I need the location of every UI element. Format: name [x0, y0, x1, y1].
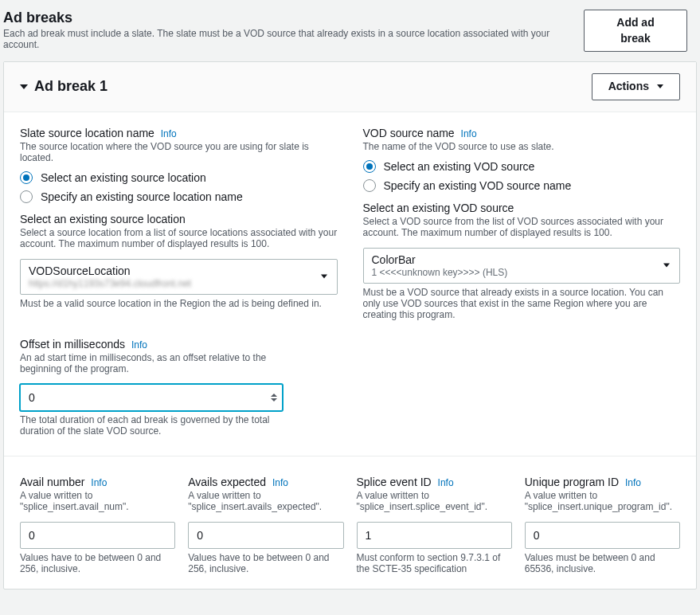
splice-event-id-input[interactable]: 1 [357, 522, 512, 549]
vod-select-hint: Must be a VOD source that already exists… [363, 287, 681, 320]
chevron-up-icon [271, 394, 277, 397]
unique-program-id-input[interactable]: 0 [525, 522, 680, 549]
slate-label: Slate source location name [20, 127, 154, 139]
radio-label: Specify an existing source location name [41, 190, 243, 203]
radio-label: Select an existing source location [41, 171, 206, 184]
chevron-down-icon [321, 275, 327, 279]
unique-program-id-hint: Values must be between 0 and 65536, incl… [525, 552, 680, 574]
avail-number-value: 0 [29, 529, 35, 542]
vod-radio-existing[interactable]: Select an existing VOD source [363, 160, 681, 173]
vod-select-label: Select an existing VOD source [363, 202, 514, 214]
slate-select[interactable]: VODSourceLocation https://d1hy1193s73e94… [20, 259, 338, 295]
vod-select-subvalue: 1 <<<<unknown key>>>> (HLS) [372, 267, 656, 278]
slate-info-link[interactable]: Info [161, 128, 177, 139]
radio-icon [363, 160, 376, 173]
unique-program-id-label: Unique program ID [525, 476, 619, 488]
page-subtitle: Each ad break must include a slate. The … [3, 28, 584, 50]
splice-event-id-hint: Must conform to section 9.7.3.1 of the S… [357, 552, 512, 574]
slate-select-value: VODSourceLocation [29, 264, 313, 277]
vod-label: VOD source name [363, 127, 455, 139]
avail-number-hint: Values have to be between 0 and 256, inc… [20, 552, 175, 574]
slate-select-subvalue: https://d1hy1193s73e94.cloudfront.net [29, 278, 313, 289]
collapse-icon [20, 84, 28, 89]
avails-expected-info-link[interactable]: Info [272, 477, 288, 488]
panel-title: Ad break 1 [34, 78, 108, 95]
radio-label: Specify an existing VOD source name [384, 179, 572, 192]
offset-value: 0 [29, 391, 35, 404]
offset-input[interactable]: 0 [20, 384, 283, 411]
chevron-down-icon [663, 264, 670, 268]
avails-expected-input[interactable]: 0 [188, 522, 343, 549]
offset-info-link[interactable]: Info [131, 339, 147, 351]
offset-label: Offset in milliseconds [20, 338, 125, 351]
vod-select-value: ColorBar [372, 253, 656, 266]
avail-number-label: Avail number [20, 476, 84, 488]
avails-expected-value: 0 [197, 529, 203, 542]
add-ad-break-button[interactable]: Add ad break [584, 10, 687, 52]
radio-icon [20, 190, 33, 203]
slate-select-desc: Select a source location from a list of … [20, 227, 338, 249]
vod-info-link[interactable]: Info [461, 128, 477, 139]
avail-number-info-link[interactable]: Info [91, 477, 107, 488]
page-title: Ad breaks [3, 10, 584, 26]
avails-expected-hint: Values have to be between 0 and 256, inc… [188, 552, 343, 574]
stepper-icon[interactable] [271, 394, 277, 402]
radio-icon [363, 179, 376, 192]
slate-select-hint: Must be a valid source location in the R… [20, 298, 338, 309]
actions-label: Actions [608, 79, 649, 95]
avail-number-input[interactable]: 0 [20, 522, 175, 549]
vod-select[interactable]: ColorBar 1 <<<<unknown key>>>> (HLS) [363, 248, 681, 284]
offset-hint: The total duration of each ad break is g… [20, 414, 283, 437]
vod-desc: The name of the VOD source to use as sla… [363, 141, 681, 152]
ad-break-panel: Ad break 1 Actions Slate source location… [3, 61, 697, 590]
chevron-down-icon [271, 398, 277, 402]
offset-desc: An ad start time in milliseconds, as an … [20, 352, 283, 374]
unique-program-id-info-link[interactable]: Info [625, 477, 641, 488]
slate-radio-existing[interactable]: Select an existing source location [20, 171, 338, 184]
chevron-down-icon [657, 84, 663, 88]
vod-select-desc: Select a VOD source from the list of VOD… [363, 216, 681, 238]
section-divider [4, 456, 696, 456]
radio-icon [20, 171, 33, 184]
unique-program-id-value: 0 [534, 529, 540, 542]
actions-button[interactable]: Actions [592, 73, 680, 100]
vod-radio-specify[interactable]: Specify an existing VOD source name [363, 179, 681, 192]
splice-event-id-value: 1 [366, 529, 372, 542]
avails-expected-desc: A value written to "splice_insert.avails… [188, 490, 343, 512]
splice-event-id-label: Splice event ID [357, 476, 432, 488]
unique-program-id-desc: A value written to "splice_insert.unique… [525, 490, 680, 512]
slate-radio-specify[interactable]: Specify an existing source location name [20, 190, 338, 203]
slate-select-label: Select an existing source location [20, 213, 186, 225]
slate-desc: The source location where the VOD source… [20, 141, 338, 163]
avail-number-desc: A value written to "splice_insert.avail_… [20, 490, 175, 512]
splice-event-id-info-link[interactable]: Info [438, 477, 454, 488]
splice-event-id-desc: A value written to "splice_insert.splice… [357, 490, 512, 512]
avails-expected-label: Avails expected [188, 476, 266, 488]
panel-title-row[interactable]: Ad break 1 [20, 78, 108, 95]
radio-label: Select an existing VOD source [384, 160, 535, 173]
